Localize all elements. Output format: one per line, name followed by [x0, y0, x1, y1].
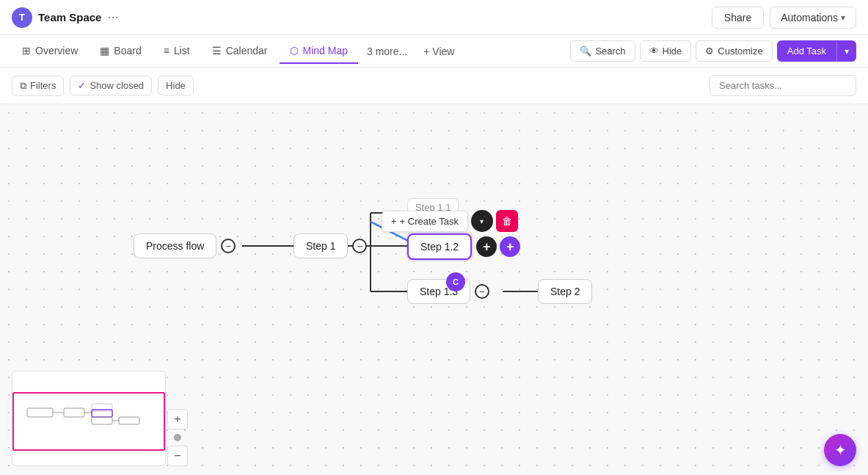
mindmap-icon: ⬡: [290, 45, 299, 57]
step2-box[interactable]: Step 2: [538, 279, 592, 304]
zoom-out-button[interactable]: −: [167, 446, 188, 466]
overview-icon: ⊞: [22, 45, 31, 57]
automations-button[interactable]: Automations ▾: [770, 7, 856, 29]
toolbar-right: [710, 75, 856, 96]
navtabs: ⊞ Overview ▦ Board ≡ List ☰ Calendar ⬡ M…: [0, 35, 868, 68]
add-sibling-btn[interactable]: +: [500, 236, 520, 257]
list-icon: ≡: [164, 45, 169, 57]
topbar: T Team Space ··· Share Automations ▾: [0, 0, 868, 35]
step1-box[interactable]: Step 1: [293, 233, 348, 258]
zoom-controls: + −: [167, 409, 188, 466]
tab-mindmap[interactable]: ⬡ Mind Map: [280, 39, 358, 64]
filters-button[interactable]: ⧉ Filters: [12, 76, 64, 96]
plus-icon: +: [506, 239, 514, 255]
topbar-right: Share Automations ▾: [712, 7, 856, 29]
process-flow-collapse-btn[interactable]: −: [221, 239, 236, 253]
clickup-icon: C: [453, 278, 459, 286]
add-task-label[interactable]: Add Task: [777, 40, 836, 62]
board-icon: ▦: [100, 45, 109, 57]
mind-map-canvas[interactable]: Process flow − Step 1 − Step 1.1 + + Cre…: [0, 104, 868, 475]
hide-button[interactable]: 👁 Hide: [640, 40, 692, 62]
context-toolbar: + + Create Task ▾ 🗑: [382, 210, 518, 232]
workspace-name: Team Space: [38, 11, 101, 23]
search-tasks-input[interactable]: [710, 75, 856, 96]
tab-calendar[interactable]: ☰ Calendar: [202, 39, 278, 64]
zoom-in-button[interactable]: +: [167, 409, 188, 429]
svg-rect-16: [92, 417, 112, 424]
zoom-indicator: [174, 434, 181, 441]
search-button[interactable]: 🔍 Search: [570, 40, 635, 62]
customize-button[interactable]: ⚙ Customize: [696, 40, 772, 62]
plus-icon: +: [483, 239, 491, 255]
share-button[interactable]: Share: [712, 7, 764, 29]
step13-collapse-btn[interactable]: −: [475, 284, 489, 299]
svg-rect-18: [119, 417, 139, 424]
toolbar: ⧉ Filters ✓ Show closed Hide: [0, 68, 868, 104]
gear-icon: ⚙: [705, 46, 714, 57]
calendar-icon: ☰: [212, 45, 222, 57]
check-circle-icon: ✓: [78, 80, 86, 91]
show-closed-button[interactable]: ✓ Show closed: [70, 76, 152, 95]
tab-overview[interactable]: ⊞ Overview: [12, 39, 88, 64]
minus-icon: −: [226, 242, 232, 251]
filter-icon: ⧉: [20, 80, 26, 92]
create-task-button[interactable]: + + Create Task: [382, 211, 468, 232]
minus-icon: −: [479, 287, 485, 297]
toolbar-hide-button[interactable]: Hide: [158, 76, 194, 95]
color-picker-button[interactable]: ▾: [471, 210, 493, 232]
step12-node[interactable]: Step 1.2 + +: [407, 233, 520, 260]
svg-rect-12: [64, 408, 84, 417]
step1-collapse-btn[interactable]: −: [352, 239, 367, 253]
navtabs-right: 🔍 Search 👁 Hide ⚙ Customize Add Task ▾: [570, 40, 856, 62]
hide-icon: 👁: [649, 46, 659, 57]
minimap: [12, 371, 166, 466]
plus-icon: +: [391, 216, 397, 227]
topbar-left: T Team Space ···: [12, 7, 118, 28]
svg-rect-10: [27, 408, 53, 417]
add-task-chevron-icon[interactable]: ▾: [836, 41, 856, 62]
sparkle-icon: ✦: [834, 441, 847, 459]
add-view-button[interactable]: + View: [416, 41, 462, 62]
process-flow-node[interactable]: Process flow −: [134, 233, 236, 258]
minus-icon: −: [357, 242, 363, 251]
chevron-down-icon: ▾: [841, 12, 845, 23]
step12-box[interactable]: Step 1.2: [407, 233, 472, 260]
delete-button[interactable]: 🗑: [496, 210, 518, 232]
process-flow-box[interactable]: Process flow: [134, 233, 216, 258]
tab-board[interactable]: ▦ Board: [90, 39, 151, 64]
minimap-svg: [12, 371, 166, 466]
step2-node[interactable]: Step 2: [538, 279, 592, 304]
step1-node[interactable]: Step 1 −: [293, 233, 367, 258]
toolbar-left: ⧉ Filters ✓ Show closed Hide: [12, 76, 194, 96]
automations-label: Automations: [781, 12, 838, 23]
trash-icon: 🗑: [502, 215, 512, 227]
add-task-button[interactable]: Add Task ▾: [777, 40, 856, 62]
search-icon: 🔍: [580, 46, 591, 57]
ai-sparkle-button[interactable]: ✦: [824, 434, 856, 466]
step12-add-btn[interactable]: +: [476, 236, 497, 257]
clickup-badge[interactable]: C: [446, 272, 465, 291]
avatar: T: [12, 7, 32, 28]
workspace-more-icon[interactable]: ···: [107, 10, 118, 25]
navtabs-left: ⊞ Overview ▦ Board ≡ List ☰ Calendar ⬡ M…: [12, 39, 462, 64]
tab-list[interactable]: ≡ List: [153, 39, 200, 64]
chevron-down-icon: ▾: [480, 217, 484, 225]
minimap-inner: [12, 371, 165, 465]
more-tabs-button[interactable]: 3 more...: [360, 41, 415, 62]
